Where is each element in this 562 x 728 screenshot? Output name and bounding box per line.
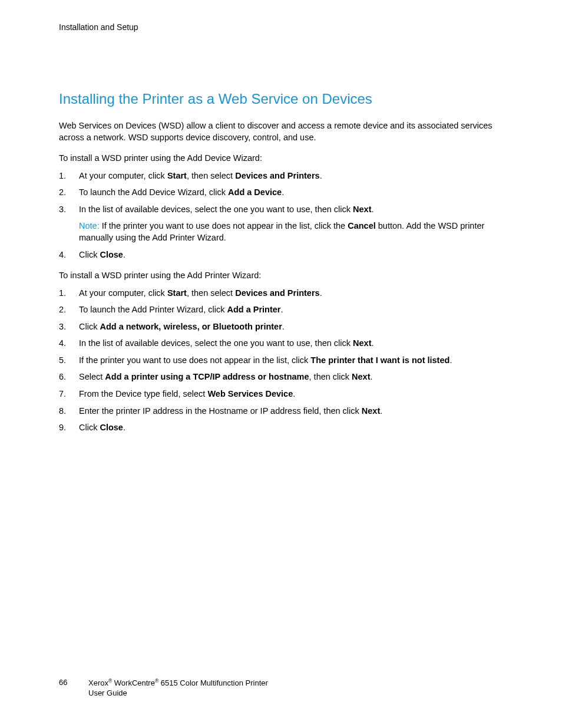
bold-text: Add a printer using a TCP/IP address or … bbox=[105, 372, 309, 381]
step-text: . bbox=[282, 187, 284, 197]
list-item: 6.Select Add a printer using a TCP/IP ad… bbox=[59, 371, 503, 383]
step-text: , then select bbox=[187, 288, 235, 298]
step-text: Click bbox=[79, 423, 100, 432]
bold-text: Add a network, wireless, or Bluetooth pr… bbox=[100, 322, 282, 331]
step-text: . bbox=[320, 171, 322, 180]
bold-text: Next bbox=[362, 406, 380, 416]
step-text: , then select bbox=[187, 171, 235, 180]
note-block: Note: If the printer you want to use doe… bbox=[79, 220, 503, 243]
step-text: To launch the Add Printer Wizard, click bbox=[79, 305, 227, 314]
section1-steps: 1.At your computer, click Start, then se… bbox=[59, 170, 503, 261]
section1-lead: To install a WSD printer using the Add D… bbox=[59, 153, 503, 164]
list-item: 4.Click Close. bbox=[59, 249, 503, 261]
bold-text: Add a Printer bbox=[227, 305, 280, 314]
page-title: Installing the Printer as a Web Service … bbox=[59, 91, 503, 107]
step-text: . bbox=[372, 205, 374, 214]
bold-text: Close bbox=[100, 423, 123, 432]
page-number: 66 bbox=[59, 678, 88, 688]
list-item: 3.Click Add a network, wireless, or Blue… bbox=[59, 321, 503, 333]
bold-text: Add a Device bbox=[228, 187, 282, 197]
bold-text: Devices and Printers bbox=[235, 171, 319, 180]
step-text: . bbox=[371, 372, 373, 381]
bold-text: Start bbox=[167, 288, 187, 298]
step-text: In the list of available devices, select… bbox=[79, 338, 353, 348]
list-item: 8.Enter the printer IP address in the Ho… bbox=[59, 406, 503, 417]
list-item: 4.In the list of available devices, sele… bbox=[59, 338, 503, 350]
bold-text: Next bbox=[352, 372, 370, 381]
step-text: . bbox=[380, 406, 382, 416]
list-item: 7.From the Device type field, select Web… bbox=[59, 388, 503, 400]
bold-text: Start bbox=[167, 171, 187, 180]
step-text: . bbox=[293, 389, 295, 398]
step-text: Enter the printer IP address in the Host… bbox=[79, 406, 362, 416]
step-text: . bbox=[123, 423, 125, 432]
list-item: 5.If the printer you want to use does no… bbox=[59, 355, 503, 367]
bold-text: Close bbox=[100, 250, 123, 259]
list-item: 2.To launch the Add Device Wizard, click… bbox=[59, 187, 503, 199]
step-text: . bbox=[372, 338, 374, 348]
note-label: Note: bbox=[79, 221, 100, 230]
list-item: 3.In the list of available devices, sele… bbox=[59, 204, 503, 244]
list-item: 9.Click Close. bbox=[59, 422, 503, 434]
page-footer: 66Xerox® WorkCentre® 6515 Color Multifun… bbox=[59, 678, 268, 699]
bold-text: Next bbox=[353, 338, 371, 348]
step-text: . bbox=[320, 288, 322, 298]
step-text: . bbox=[281, 305, 283, 314]
step-text: At your computer, click bbox=[79, 171, 167, 180]
bold-text: Web Services Device bbox=[207, 389, 293, 398]
section2-lead: To install a WSD printer using the Add P… bbox=[59, 270, 503, 282]
step-text: To launch the Add Device Wizard, click bbox=[79, 187, 228, 197]
intro-paragraph: Web Services on Devices (WSD) allow a cl… bbox=[59, 120, 503, 143]
list-item: 1.At your computer, click Start, then se… bbox=[59, 288, 503, 299]
bold-text: Cancel bbox=[348, 221, 376, 230]
step-text: Click bbox=[79, 322, 100, 331]
step-text: . bbox=[123, 250, 125, 259]
step-text: From the Device type field, select bbox=[79, 389, 207, 398]
bold-text: Devices and Printers bbox=[235, 288, 319, 298]
bold-text: Next bbox=[353, 205, 371, 214]
list-item: 2.To launch the Add Printer Wizard, clic… bbox=[59, 304, 503, 316]
section2-steps: 1.At your computer, click Start, then se… bbox=[59, 288, 503, 434]
step-text: If the printer you want to use does not … bbox=[79, 355, 310, 365]
step-text: Select bbox=[79, 372, 105, 381]
step-text: , then click bbox=[309, 372, 352, 381]
step-text: In the list of available devices, select… bbox=[79, 205, 353, 214]
chapter-header: Installation and Setup bbox=[59, 22, 503, 32]
list-item: 1.At your computer, click Start, then se… bbox=[59, 170, 503, 182]
note-text: If the printer you want to use does not … bbox=[100, 221, 348, 230]
bold-text: The printer that I want is not listed bbox=[310, 355, 449, 365]
step-text: . bbox=[449, 355, 452, 365]
footer-text: Xerox® WorkCentre® 6515 Color Multifunct… bbox=[88, 678, 268, 699]
step-text: . bbox=[282, 322, 285, 331]
step-text: Click bbox=[79, 250, 100, 259]
step-text: At your computer, click bbox=[79, 288, 167, 298]
